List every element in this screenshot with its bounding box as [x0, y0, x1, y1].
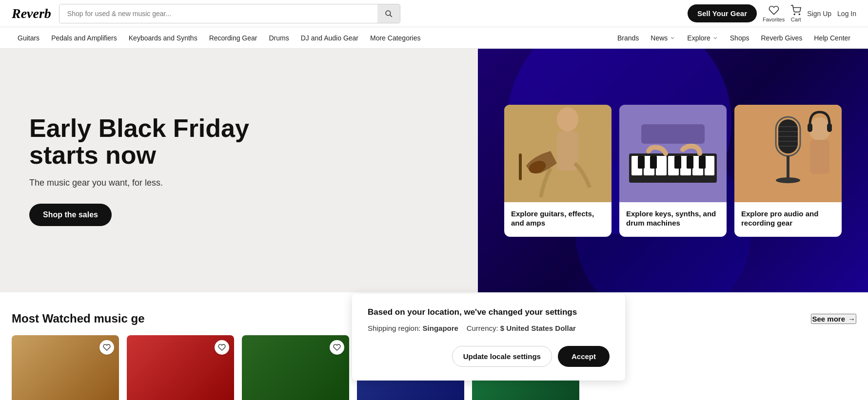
- heart-icon-3: [333, 343, 341, 351]
- currency-value: $ United States Dollar: [500, 324, 576, 332]
- nav-item-help[interactable]: Help Center: [808, 34, 856, 42]
- heart-icon-1: [103, 343, 111, 351]
- search-icon: [384, 9, 393, 18]
- guitar-card-image: [504, 105, 612, 202]
- shop-sales-button[interactable]: Shop the sales: [29, 204, 112, 226]
- logo[interactable]: Reverb: [12, 6, 51, 21]
- sell-gear-button[interactable]: Sell Your Gear: [688, 4, 757, 22]
- nav-item-news[interactable]: News: [645, 34, 681, 42]
- section-title: Most Watched music ge: [12, 312, 144, 325]
- favorite-button-1[interactable]: [99, 340, 114, 355]
- nav-item-keyboards[interactable]: Keyboards and Synths: [123, 34, 203, 42]
- cart-label: Cart: [791, 17, 801, 22]
- sign-up-button[interactable]: Sign Up: [807, 10, 831, 18]
- nav-item-guitars[interactable]: Guitars: [12, 34, 45, 42]
- svg-rect-23: [641, 124, 705, 144]
- header-actions: Sell Your Gear Favorites Cart Sign Up Lo…: [688, 4, 856, 22]
- hero-content: Early Black Friday starts now The music …: [0, 49, 332, 292]
- nav-item-reverb-gives[interactable]: Reverb Gives: [755, 34, 808, 42]
- keys-card-text: Explore keys, synths, and drum machines: [619, 202, 727, 237]
- hero-card-keys[interactable]: Explore keys, synths, and drum machines: [619, 105, 727, 237]
- nav-item-recording[interactable]: Recording Gear: [203, 34, 263, 42]
- nav-item-shops[interactable]: Shops: [724, 34, 755, 42]
- nav: Guitars Pedals and Amplifiers Keyboards …: [0, 27, 868, 49]
- product-card-2[interactable]: [127, 335, 234, 400]
- nav-right: Brands News Explore Shops Reverb Gives H…: [612, 34, 856, 42]
- accept-button[interactable]: Accept: [558, 346, 610, 367]
- svg-rect-21: [687, 156, 693, 169]
- nav-item-pedals[interactable]: Pedals and Amplifiers: [45, 34, 123, 42]
- arrow-icon: →: [848, 315, 855, 323]
- product-card-1[interactable]: [12, 335, 119, 400]
- search-button[interactable]: [377, 4, 400, 23]
- svg-rect-36: [808, 123, 812, 132]
- svg-rect-13: [656, 156, 667, 175]
- search-input[interactable]: [59, 4, 377, 23]
- explore-label: Explore: [687, 34, 710, 42]
- favorites-button[interactable]: Favorites: [763, 5, 785, 22]
- svg-point-5: [557, 107, 578, 132]
- nav-item-brands[interactable]: Brands: [612, 34, 645, 42]
- cart-button[interactable]: Cart: [790, 5, 801, 22]
- favorites-label: Favorites: [763, 17, 785, 22]
- svg-point-33: [776, 177, 800, 183]
- news-label: News: [651, 34, 668, 42]
- audio-card-text: Explore pro audio and recording gear: [734, 202, 842, 237]
- svg-line-1: [390, 15, 392, 17]
- chevron-down-icon-2: [712, 35, 718, 41]
- svg-point-2: [794, 14, 795, 15]
- svg-rect-32: [787, 156, 789, 180]
- hero-section: Early Black Friday starts now The music …: [0, 49, 868, 292]
- svg-rect-8: [519, 153, 522, 180]
- locale-info: Shipping region: Singapore Currency: $ U…: [368, 324, 610, 332]
- svg-rect-18: [638, 156, 645, 169]
- product-card-image-1: [12, 335, 119, 400]
- hero-subtitle: The music gear you want, for less.: [29, 178, 302, 188]
- nav-left: Guitars Pedals and Amplifiers Keyboards …: [12, 34, 427, 42]
- locale-title: Based on your location, we've changed yo…: [368, 307, 610, 317]
- update-locale-button[interactable]: Update locale settings: [452, 346, 552, 367]
- product-card-image-3: [242, 335, 349, 400]
- keys-card-image: [619, 105, 727, 202]
- svg-rect-37: [827, 123, 832, 132]
- search-bar: [59, 4, 400, 23]
- hero-card-guitars[interactable]: Explore guitars, effects, and amps: [504, 105, 612, 237]
- see-more-label: See more: [812, 315, 845, 323]
- hero-right-panel: Explore guitars, effects, and amps: [478, 49, 868, 292]
- currency-label: Currency:: [467, 324, 498, 332]
- locale-popup: Based on your location, we've changed yo…: [352, 294, 625, 381]
- heart-icon-2: [218, 343, 226, 351]
- svg-rect-20: [674, 156, 681, 169]
- product-card-image-2: [127, 335, 234, 400]
- cart-icon: [790, 5, 801, 16]
- guitar-card-text: Explore guitars, effects, and amps: [504, 202, 612, 237]
- log-in-button[interactable]: Log In: [837, 10, 856, 18]
- header: Reverb Sell Your Gear Favorites Cart Sig…: [0, 0, 868, 27]
- svg-rect-17: [705, 156, 714, 175]
- nav-item-explore[interactable]: Explore: [681, 34, 724, 42]
- svg-rect-35: [810, 140, 829, 174]
- audio-card-image: [734, 105, 842, 202]
- hero-title: Early Black Friday starts now: [29, 115, 302, 168]
- locale-buttons: Update locale settings Accept: [368, 346, 610, 367]
- chevron-down-icon: [670, 35, 675, 41]
- svg-point-3: [799, 14, 800, 15]
- svg-rect-22: [699, 156, 706, 169]
- heart-icon: [769, 5, 779, 16]
- favorite-button-2[interactable]: [215, 340, 229, 355]
- favorite-button-3[interactable]: [330, 340, 344, 355]
- nav-item-dj[interactable]: DJ and Audio Gear: [295, 34, 364, 42]
- shipping-value: Singapore: [423, 324, 458, 332]
- svg-point-0: [386, 11, 391, 16]
- product-card-3[interactable]: [242, 335, 349, 400]
- shipping-label: Shipping region:: [368, 324, 420, 332]
- nav-item-more[interactable]: More Categories: [364, 34, 427, 42]
- nav-item-drums[interactable]: Drums: [263, 34, 295, 42]
- svg-rect-19: [650, 156, 657, 169]
- hero-card-audio[interactable]: Explore pro audio and recording gear: [734, 105, 842, 237]
- see-more-button[interactable]: See more →: [811, 314, 856, 324]
